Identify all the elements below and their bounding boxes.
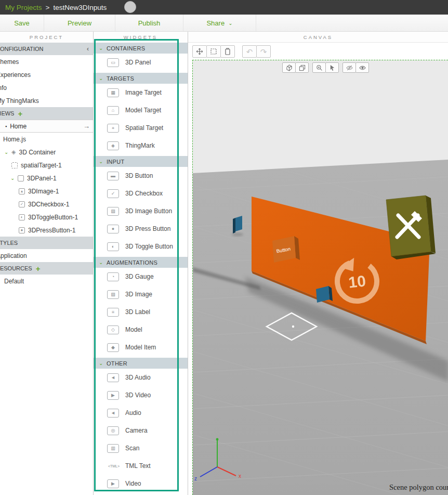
widget-model[interactable]: ◇ Model bbox=[94, 321, 188, 338]
widgets-panel-body: ⌄ CONTAINERS ▭ 3D Panel ⌄ TARGETS ▦ Imag… bbox=[94, 43, 188, 492]
toggle-sign[interactable] bbox=[386, 196, 436, 259]
config-item-thingmarks[interactable]: My ThingMarks bbox=[0, 94, 94, 107]
duplicate-button[interactable] bbox=[295, 62, 309, 73]
share-button[interactable]: Share ⌄ bbox=[183, 15, 256, 31]
widget-audio[interactable]: ◄ Audio bbox=[94, 404, 188, 422]
canvas-panel-title: CANVAS bbox=[188, 32, 448, 43]
widget-3d-video[interactable]: ▶ 3D Video bbox=[94, 386, 188, 404]
show-button[interactable] bbox=[355, 62, 369, 73]
add-view-icon[interactable]: + bbox=[18, 109, 22, 118]
widget-3d-checkbox[interactable]: ✓ 3D Checkbox bbox=[94, 185, 188, 202]
bounding-box-button[interactable] bbox=[282, 62, 296, 73]
publish-button[interactable]: Publish bbox=[115, 15, 183, 31]
project-panel: PROJECT CONFIGURATION ‹ Themes Experienc… bbox=[0, 32, 94, 495]
widget-3d-gauge[interactable]: ◔ 3D Gauge bbox=[94, 268, 188, 285]
resource-item-default[interactable]: Default bbox=[0, 275, 94, 288]
select-tool-button[interactable] bbox=[325, 62, 339, 73]
section-styles[interactable]: STYLES bbox=[0, 237, 94, 249]
tree-item-3d-checkbox[interactable]: ✓ 3DCheckbox-1 bbox=[0, 198, 94, 211]
thingmark-icon: ◈ bbox=[107, 141, 119, 150]
config-item-experiences[interactable]: Experiences bbox=[0, 68, 94, 81]
save-button[interactable]: Save bbox=[0, 15, 44, 31]
config-item-info[interactable]: Info bbox=[0, 81, 94, 94]
scene-status-text: Scene polygon count bbox=[389, 483, 448, 491]
action-toolbar: Save Preview Publish Share ⌄ bbox=[0, 15, 448, 32]
widget-section-augmentations[interactable]: ⌄ AUGMENTATIONS bbox=[94, 257, 188, 268]
add-resource-icon[interactable]: + bbox=[36, 264, 41, 273]
tml-text-icon: <TML> bbox=[107, 462, 121, 471]
widget-3d-press-button[interactable]: ● 3D Press Button bbox=[94, 220, 188, 238]
spatial-target-icon: ⌖ bbox=[107, 124, 119, 133]
widget-3d-label[interactable]: ≡ 3D Label bbox=[94, 303, 188, 321]
status-circle[interactable] bbox=[124, 1, 136, 13]
view-item-home[interactable]: ▪ Home → bbox=[0, 120, 94, 133]
collapse-panel-icon[interactable]: ‹ bbox=[87, 45, 89, 53]
widget-section-other[interactable]: ⌄ OTHER bbox=[94, 358, 188, 369]
paste-button[interactable] bbox=[220, 45, 235, 58]
widget-3d-toggle-button[interactable]: ◐ 3D Toggle Button bbox=[94, 238, 188, 255]
chevron-down-icon[interactable]: ⌄ bbox=[4, 149, 11, 155]
section-label: VIEWS bbox=[0, 110, 14, 116]
config-item-themes[interactable]: Themes bbox=[0, 55, 94, 68]
zoom-region-button[interactable] bbox=[312, 62, 326, 73]
container-icon: ◈ bbox=[11, 149, 16, 155]
project-panel-body: CONFIGURATION ‹ Themes Experiences Info … bbox=[0, 43, 94, 288]
transform-tool-button[interactable] bbox=[192, 45, 207, 58]
widget-3d-panel[interactable]: ▭ 3D Panel bbox=[94, 54, 188, 71]
model-icon: ◇ bbox=[107, 325, 119, 334]
widgets-panel-title: WIDGETS bbox=[94, 32, 188, 43]
section-label: RESOURCES bbox=[0, 265, 32, 271]
chevron-down-icon: ⌄ bbox=[228, 20, 232, 26]
widget-scan[interactable]: ▥ Scan bbox=[94, 439, 188, 457]
widget-3d-image-button[interactable]: ▨ 3D Image Button bbox=[94, 202, 188, 220]
tree-item-3d-container[interactable]: ⌄ ◈ 3D Container bbox=[0, 146, 94, 159]
3d-image-button-icon: ▨ bbox=[107, 207, 119, 216]
undo-button[interactable]: ↶ bbox=[242, 45, 257, 58]
tree-item-spatial-target[interactable]: spatialTarget-1 bbox=[0, 159, 94, 172]
widget-3d-image[interactable]: ▨ 3D Image bbox=[94, 285, 188, 303]
chevron-down-icon: ⌄ bbox=[99, 75, 107, 81]
widget-image-target[interactable]: ▦ Image Target bbox=[94, 84, 188, 101]
breadcrumb-my-projects[interactable]: My Projects bbox=[5, 4, 42, 11]
section-resources[interactable]: RESOURCES + bbox=[0, 262, 94, 275]
widget-3d-button[interactable]: ▬ 3D Button bbox=[94, 167, 188, 185]
3d-toggle-button-icon: ◐ bbox=[107, 242, 119, 251]
tree-item-3d-panel[interactable]: ⌄ 3DPanel-1 bbox=[0, 172, 94, 185]
axis-x-label: x bbox=[239, 473, 241, 479]
widget-spatial-target[interactable]: ⌖ Spatial Target bbox=[94, 119, 188, 137]
widget-model-target[interactable]: ⌂ Model Target bbox=[94, 101, 188, 119]
styles-item-application[interactable]: Application bbox=[0, 249, 94, 262]
widget-tml-text[interactable]: <TML> TML Text bbox=[94, 457, 188, 475]
widget-3d-audio[interactable]: ◄ 3D Audio bbox=[94, 369, 188, 386]
clipboard-icon bbox=[224, 48, 231, 55]
widget-video[interactable]: ▶ Video bbox=[94, 475, 188, 492]
chevron-down-icon[interactable]: ⌄ bbox=[10, 175, 18, 181]
section-configuration[interactable]: CONFIGURATION ‹ bbox=[0, 43, 94, 55]
widget-camera[interactable]: ◎ Camera bbox=[94, 422, 188, 439]
tree-item-3d-press-button[interactable]: ● 3DPressButton-1 bbox=[0, 224, 94, 237]
widget-thingmark[interactable]: ◈ ThingMark bbox=[94, 137, 188, 154]
chevron-down-icon: ⌄ bbox=[99, 159, 107, 164]
3d-viewport[interactable]: Button 10 bbox=[192, 60, 448, 495]
widget-section-containers[interactable]: ⌄ CONTAINERS bbox=[94, 43, 188, 54]
redo-button[interactable]: ↷ bbox=[256, 45, 271, 58]
marquee-select-button[interactable] bbox=[206, 45, 221, 58]
section-views[interactable]: VIEWS + bbox=[0, 107, 94, 120]
image-target-icon: ▦ bbox=[107, 88, 119, 97]
project-panel-title: PROJECT bbox=[0, 32, 93, 43]
chevron-down-icon: ⌄ bbox=[99, 259, 107, 265]
checkbox-icon: ✓ bbox=[19, 201, 25, 207]
scan-icon: ▥ bbox=[107, 444, 119, 453]
undo-icon: ↶ bbox=[246, 48, 253, 56]
widget-section-input[interactable]: ⌄ INPUT bbox=[94, 156, 188, 167]
tree-item-3d-image[interactable]: ▴ 3DImage-1 bbox=[0, 185, 94, 198]
tree-item-3d-toggle-button[interactable]: ◐ 3DToggleButton-1 bbox=[0, 211, 94, 224]
hide-button[interactable] bbox=[342, 62, 356, 73]
open-view-arrow-icon[interactable]: → bbox=[83, 122, 90, 130]
3d-gauge-icon: ◔ bbox=[107, 272, 119, 281]
viewport-mini-toolbar bbox=[282, 62, 369, 73]
widget-model-item[interactable]: ◆ Model Item bbox=[94, 338, 188, 356]
file-item-home-js[interactable]: Home.js bbox=[0, 133, 94, 146]
preview-button[interactable]: Preview bbox=[44, 15, 115, 31]
widget-section-targets[interactable]: ⌄ TARGETS bbox=[94, 73, 188, 84]
